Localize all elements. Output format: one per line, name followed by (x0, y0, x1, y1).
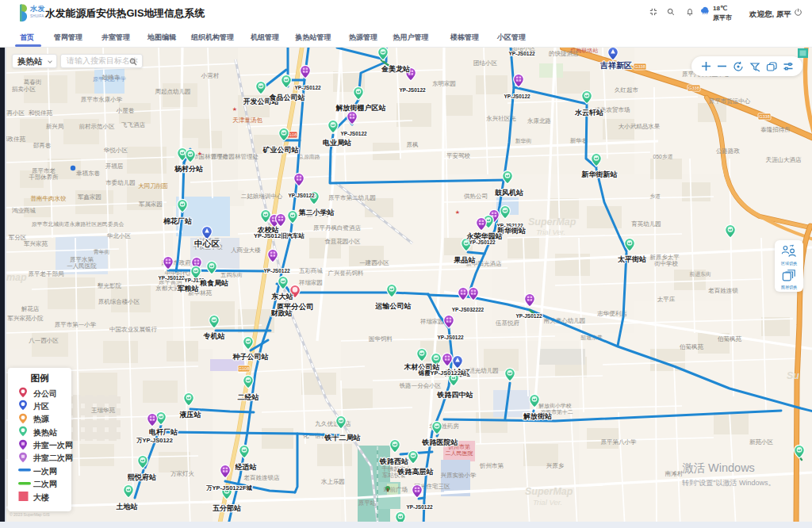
svg-text:万家灯火: 万家灯火 (170, 470, 195, 477)
svg-text:G338: G338 (634, 64, 645, 69)
svg-text:铁十二局站: 铁十二局站 (324, 434, 361, 442)
svg-text:的快捷酒店: 的快捷酒店 (549, 50, 579, 57)
svg-text:电杆厂站: 电杆厂站 (149, 428, 178, 436)
svg-text:普南牛肉水饺: 普南牛肉水饺 (31, 195, 67, 202)
svg-text:太平庄: 太平庄 (657, 296, 676, 303)
svg-text:YP-JS0122: YP-JS0122 (469, 239, 496, 245)
svg-text:原平市第一小学: 原平市第一小学 (55, 321, 97, 328)
svg-text:育英幼儿园: 育英幼儿园 (631, 220, 661, 228)
svg-text:★: ★ (232, 106, 237, 112)
svg-text:食品公司站: 食品公司站 (269, 94, 305, 101)
svg-text:一人民医院: 一人民医院 (67, 262, 97, 270)
svg-text:第二小学站: 第二小学站 (298, 209, 335, 216)
svg-text:平安驾校: 平安驾校 (446, 152, 471, 159)
svg-text:解放街棚户区站: 解放街棚户区站 (335, 104, 386, 112)
svg-text:万YP-JS0122: 万YP-JS0122 (136, 437, 173, 444)
svg-text:军兴家苑小院: 军兴家苑小院 (8, 315, 44, 322)
svg-text:祥瑞家园: 祥瑞家园 (298, 279, 323, 286)
svg-text:YP-JS0122: YP-JS0122 (294, 85, 321, 90)
svg-text:二经站: 二经站 (238, 393, 259, 401)
svg-text:华悦小区: 华悦小区 (103, 147, 128, 154)
svg-text:伯菊枫苑: 伯菊枫苑 (680, 343, 704, 350)
svg-text:新兴局: 新兴局 (46, 123, 64, 130)
svg-text:解放街小学校: 解放街小学校 (538, 403, 571, 409)
svg-text:周起点幼儿园: 周起点幼儿园 (155, 88, 191, 95)
svg-text:干部休养所: 干部休养所 (29, 174, 59, 181)
svg-text:军分区: 军分区 (9, 234, 27, 241)
svg-text:原平市永康小学: 原平市永康小学 (81, 96, 123, 103)
svg-text:圆华饲料: 圆华饲料 (369, 335, 393, 342)
svg-text:久红超市: 久红超市 (615, 86, 639, 94)
svg-text:水上乐园: 水上乐园 (320, 478, 345, 485)
svg-text:慧光幼儿园: 慧光幼儿园 (468, 367, 499, 374)
svg-text:财政站: 财政站 (270, 309, 293, 317)
svg-text:和悦佳苑: 和悦佳苑 (29, 109, 53, 117)
svg-text:YP-JS0122: YP-JS0122 (340, 131, 367, 136)
svg-text:永康北路: 永康北路 (527, 117, 551, 124)
svg-text:公路路政: 公路路政 (716, 147, 741, 155)
svg-text:邵再小区: 邵再小区 (6, 109, 25, 117)
svg-text:华北小区: 华北小区 (106, 232, 132, 239)
svg-text:天涯山大酒店: 天涯山大酒店 (766, 156, 802, 163)
svg-text:忻州市第: 忻州市第 (479, 462, 504, 469)
svg-text:YP-JS0122: YP-JS0122 (437, 335, 464, 340)
svg-text:YP-JS0122: YP-JS0122 (158, 275, 185, 281)
svg-text:二人民医院: 二人民医院 (446, 450, 473, 457)
svg-text:SuperMap: SuperMap (528, 216, 576, 228)
svg-text:种子公司站: 种子公司站 (232, 353, 269, 361)
svg-text:水云轩站: 水云轩站 (574, 109, 603, 117)
svg-text:兴原乡: 兴原乡 (546, 462, 565, 469)
svg-text:原平市北城街道永康路社区居民委员会: 原平市北城街道永康路社区居民委员会 (32, 221, 124, 228)
svg-text:小屋巷: 小屋巷 (116, 107, 135, 114)
svg-text:原平老干部局: 原平老干部局 (29, 270, 65, 277)
svg-text:铁路西站: 铁路西站 (379, 457, 408, 465)
svg-text:050乡道: 050乡道 (653, 154, 672, 160)
svg-text:葛春街: 葛春街 (24, 78, 42, 86)
svg-text:铁路高层站: 铁路高层站 (397, 468, 434, 476)
svg-text:★: ★ (455, 209, 460, 215)
svg-text:食且花园小区: 食且花园小区 (325, 238, 362, 245)
svg-text:杨村分站: 杨村分站 (174, 165, 203, 173)
svg-text:大小武精品水果: 大小武精品水果 (619, 123, 661, 130)
svg-text:供热公司: 供热公司 (464, 193, 488, 200)
svg-text:飞飞酒店: 飞飞酒店 (121, 121, 146, 128)
svg-text:中心区: 中心区 (194, 239, 220, 248)
svg-text:乡道: 乡道 (649, 193, 661, 200)
svg-text:太平街站: 太平街站 (617, 255, 646, 263)
svg-text:YP-JS0122: YP-JS0122 (504, 94, 530, 99)
svg-text:原平市园林管理处: 原平市园林管理处 (211, 153, 259, 160)
svg-text:Trial Ver.: Trial Ver. (533, 498, 562, 507)
svg-text:锦霞YP-JS0122站: 锦霞YP-JS0122站 (418, 369, 467, 377)
svg-text:军鑫家园: 军鑫家园 (78, 193, 102, 201)
svg-text:原枫: 原枫 (407, 141, 419, 148)
svg-text:鸿业商城: 鸿业商城 (12, 207, 36, 214)
svg-text:前村示范小区: 前村示范小区 (79, 123, 116, 130)
svg-text:南滩村: 南滩村 (665, 470, 684, 477)
svg-text:市委幼儿园: 市委幼儿园 (105, 179, 136, 186)
svg-text:YP-JS032222: YP-JS032222 (452, 307, 485, 312)
svg-text:铁路四中站: 铁路四中站 (437, 391, 473, 399)
svg-text:铁路医院站: 铁路医院站 (422, 438, 458, 446)
svg-text:Su: Su (787, 370, 799, 381)
svg-text:前进东街: 前进东街 (689, 271, 711, 277)
svg-text:原平市货运中心: 原平市货运中心 (709, 98, 751, 105)
svg-text:团结小区: 团结小区 (473, 59, 498, 67)
svg-text:新华街新站: 新华街新站 (581, 170, 618, 178)
svg-text:G338: G338 (688, 86, 699, 90)
svg-text:伍基悦府: 伍基悦府 (496, 319, 520, 327)
svg-text:YP-JS0122: YP-JS0122 (508, 51, 535, 56)
svg-text:运输公司站: 运输公司站 (375, 302, 412, 310)
svg-text:军属家园: 军属家园 (139, 201, 163, 208)
svg-text:新苑小区: 新苑小区 (749, 438, 774, 446)
svg-text:万YP-JS0122F城: 万YP-JS0122F城 (205, 484, 252, 492)
svg-text:YP-JS012旧汽车站: YP-JS012旧汽车站 (254, 232, 305, 239)
svg-text:广兴誉药饲料: 广兴誉药饲料 (328, 270, 365, 277)
svg-text:YP-JS0122: YP-JS0122 (406, 504, 433, 510)
svg-text:老百姓连锁店: 老百姓连锁店 (244, 474, 281, 481)
svg-text:熙悦府站: 熙悦府站 (128, 473, 156, 481)
svg-text:兴原实验小学: 兴原实验小学 (441, 472, 477, 479)
svg-text:G338: G338 (759, 114, 769, 119)
svg-text:东明家园: 东明家园 (432, 80, 456, 87)
svg-text:泰隆招待所: 泰隆招待所 (760, 126, 791, 133)
svg-text:中国农业发展银行: 中国农业发展银行 (109, 326, 158, 333)
